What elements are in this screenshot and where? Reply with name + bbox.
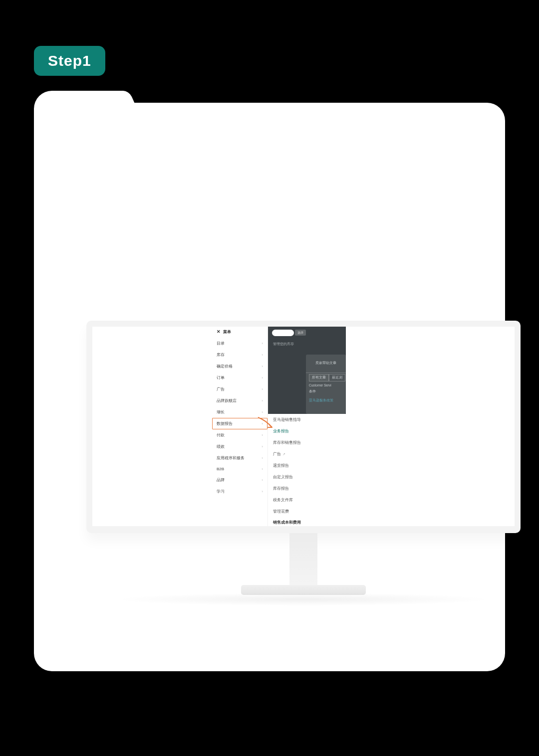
menu-item-inventory[interactable]: 库存› [212,349,268,361]
menu-item-label: 应用程序和服务 [217,455,245,461]
submenu-item-label: 退货报告 [273,463,289,468]
tab-all: 所有文章 [309,374,329,381]
chevron-right-icon: › [262,387,263,391]
submenu-item-inv-sales[interactable]: 库存和销售报告 [268,437,346,448]
menu-title: 菜单 [223,329,231,335]
menu-item-performance[interactable]: 绩效› [212,441,268,452]
monitor-shadow [114,593,493,606]
chevron-right-icon: › [262,398,263,403]
menu-item-label: B2B [217,467,224,471]
chevron-right-icon: › [262,489,263,494]
submenu-item-advertising[interactable]: 广告↗ [268,448,346,460]
chevron-right-icon: › [262,444,263,449]
menu-item-label: 广告 [217,386,225,392]
menu-item-reports[interactable]: 数据报告› [212,418,268,429]
menu-item-apps[interactable]: 应用程序和服务› [212,452,268,464]
monitor-stand-neck [289,533,317,585]
submenu-group-label: 销售成本和费用 [268,517,346,526]
menu-item-brand[interactable]: 品牌› [212,474,268,486]
help-line-3: 亚马逊服务政策 [309,398,333,403]
menu-item-orders[interactable]: 订单› [212,372,268,383]
menu-item-b2b[interactable]: B2B› [212,464,268,474]
menu-item-payments[interactable]: 付款› [212,429,268,441]
submenu-item-label: 业务报告 [273,429,289,433]
search-pill [272,330,294,336]
close-icon[interactable]: ✕ [217,330,221,334]
menu-item-label: 目录 [217,341,225,346]
menu-item-label: 绩效 [217,444,225,449]
menu-item-label: 库存 [217,352,225,358]
submenu-item-label: 管理花费 [273,509,289,514]
submenu-item-returns[interactable]: 退货报告 [268,460,346,471]
help-line-1: Customer Servi [309,383,331,387]
menu-item-label: 订单 [217,375,225,380]
menu-list: 目录› 库存› 确定价格› 订单› 广告› 品牌旗舰店› 增长› 数据报告› 付… [212,338,268,497]
menu-item-label: 付款 [217,432,225,438]
menu-item-brandstore[interactable]: 品牌旗舰店› [212,395,268,406]
submenu-item-label: 库存报告 [273,486,289,491]
menu-item-label: 确定价格 [217,364,233,369]
submenu-item-label: 税务文件库 [273,498,293,502]
monitor: 选择 管理您的库存 卖家帮助文章 所有文章 最近浏 Customer Servi… [86,321,521,606]
menu-item-label: 品牌 [217,477,225,483]
menu-item-label: 数据报告 [217,421,233,426]
chevron-right-icon: › [262,467,263,471]
submenu-item-custom[interactable]: 自定义报告 [268,471,346,483]
menu-header[interactable]: ✕ 菜单 [212,327,268,338]
submenu-item-manage-spend[interactable]: 管理花费 [268,506,346,517]
chevron-right-icon: › [262,433,263,437]
chevron-right-icon: › [262,341,263,346]
chevron-right-icon: › [262,376,263,380]
chevron-right-icon: › [262,353,263,357]
submenu-item-tax-docs[interactable]: 税务文件库 [268,494,346,506]
chevron-right-icon: › [262,364,263,369]
help-card-tabbar: 所有文章 最近浏 [306,373,346,380]
chevron-right-icon: › [262,421,263,426]
main-menu-panel: ✕ 菜单 目录› 库存› 确定价格› 订单› 广告› 品牌旗舰店› 增长› 数据… [212,327,268,526]
submenu-item-label: 自定义报告 [273,475,293,479]
menu-item-learn[interactable]: 学习› [212,486,268,497]
chevron-right-icon: › [262,478,263,482]
tab-recent: 最近浏 [329,374,345,381]
submenu-item-label: 库存和销售报告 [273,440,301,445]
menu-item-pricing[interactable]: 确定价格› [212,361,268,372]
chevron-right-icon: › [262,410,263,414]
monitor-bezel: 选择 管理您的库存 卖家帮助文章 所有文章 最近浏 Customer Servi… [86,321,521,533]
menu-item-catalog[interactable]: 目录› [212,338,268,349]
folder-tab [34,91,124,121]
submenu-item-business-reports[interactable]: 业务报告 [268,425,346,437]
folder-container: 选择 管理您的库存 卖家帮助文章 所有文章 最近浏 Customer Servi… [34,103,505,671]
chevron-right-icon: › [262,456,263,460]
external-link-icon: ↗ [282,452,285,456]
submenu-panel: 亚马逊销售指导 业务报告 库存和销售报告 广告↗ 退货报告 自定义报告 库存报告… [268,414,346,526]
menu-item-growth[interactable]: 增长› [212,406,268,418]
step-badge: Step1 [34,46,105,76]
help-line-2: 条件 [309,389,316,394]
help-card: 卖家帮助文章 所有文章 最近浏 Customer Servi 条件 亚马逊服务政… [306,355,346,414]
page-subtitle: 管理您的库存 [273,342,294,347]
menu-item-ads[interactable]: 广告› [212,383,268,395]
page-dimmed-bg: 选择 管理您的库存 卖家帮助文章 所有文章 最近浏 Customer Servi… [268,327,346,414]
screen: 选择 管理您的库存 卖家帮助文章 所有文章 最近浏 Customer Servi… [92,327,515,526]
help-card-title: 卖家帮助文章 [306,355,346,366]
submenu-item-coaching[interactable]: 亚马逊销售指导 [268,414,346,425]
submenu-item-inventory-rep[interactable]: 库存报告 [268,483,346,494]
submenu-list: 亚马逊销售指导 业务报告 库存和销售报告 广告↗ 退货报告 自定义报告 库存报告… [268,414,346,526]
submenu-item-label: 亚马逊销售指导 [273,417,301,422]
menu-item-label: 增长 [217,409,225,415]
submenu-item-label: 广告 [273,452,281,456]
search-button: 选择 [295,330,306,336]
menu-item-label: 学习 [217,489,225,494]
menu-item-label: 品牌旗舰店 [217,398,237,403]
